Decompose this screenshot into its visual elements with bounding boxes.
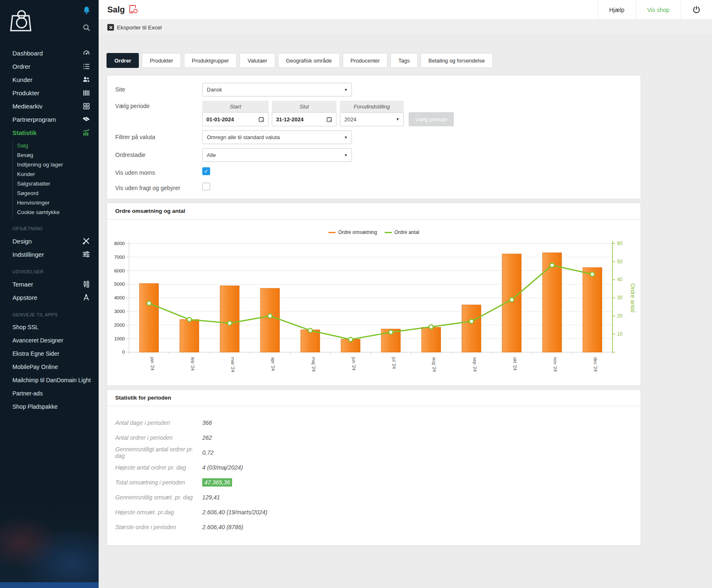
submenu-item-henvisninger[interactable]: Henvisninger — [13, 198, 99, 207]
submenu-item-cookie-samtykke[interactable]: Cookie samtykke — [13, 207, 99, 217]
sidebar-item-partnerprogram[interactable]: Partnerprogram — [0, 113, 99, 126]
dandomain-logo[interactable] — [8, 9, 35, 36]
vis-shop-button[interactable]: Vis shop — [636, 0, 681, 19]
sidebar-item-label: Shop Pladspakke — [12, 403, 58, 410]
stat-tabs: OrdrerProdukterProduktgrupperValutaerGeo… — [107, 53, 641, 68]
line-point-apr-24[interactable] — [268, 314, 272, 318]
submenu-item-salgsrabatter[interactable]: Salgsrabatter — [13, 179, 99, 188]
sidebar-item-kunder[interactable]: Kunder — [0, 73, 99, 86]
svg-text:4000: 4000 — [114, 295, 125, 300]
bar-jan-24[interactable] — [140, 284, 159, 352]
submenu-item-kunder[interactable]: Kunder — [13, 169, 99, 179]
sidebar-item-mobilepay-online[interactable]: MobilePay Online — [0, 360, 99, 374]
svg-text:3000: 3000 — [114, 309, 125, 314]
stats-value: 366 — [202, 419, 212, 426]
sidebar-item-produkter[interactable]: Produkter — [0, 86, 99, 99]
bar-apr-24[interactable] — [260, 288, 279, 352]
line-point-maj-24[interactable] — [308, 328, 312, 333]
vat-checkbox[interactable]: ✓ — [202, 167, 210, 175]
sidebar-item-appstore[interactable]: Appstore — [0, 291, 99, 304]
line-point-dec-24[interactable] — [590, 272, 594, 276]
period-preset-column: Forudindstilling 2024 ▼ — [340, 101, 404, 126]
svg-text:apr '24: apr '24 — [271, 357, 276, 371]
apply-period-button[interactable]: Vælg periode — [409, 112, 454, 126]
orderstage-label: Ordrestadie — [115, 148, 202, 162]
bar-mar-24[interactable] — [220, 286, 239, 352]
svg-text:nov '24: nov '24 — [553, 357, 558, 371]
help-button[interactable]: Hjælp — [598, 0, 636, 19]
line-point-sep-24[interactable] — [470, 319, 474, 323]
users-icon — [82, 75, 90, 84]
line-point-jun-24[interactable] — [349, 337, 353, 342]
line-point-feb-24[interactable] — [187, 318, 191, 322]
end-date-input[interactable]: 31-12-2024 — [272, 112, 337, 126]
sidebar-background-art — [0, 505, 99, 588]
line-point-aug-24[interactable] — [429, 325, 433, 329]
tab-tags[interactable]: Tags — [390, 53, 417, 68]
sidebar-item-label: Dashboard — [12, 50, 43, 57]
sidebar-item-dashboard[interactable]: Dashboard — [0, 46, 99, 60]
logout-power-icon[interactable] — [681, 0, 712, 19]
tab-geografisk-omr-de[interactable]: Geografisk område — [278, 53, 340, 68]
sidebar-item-indstillinger[interactable]: Indstillinger — [0, 248, 99, 261]
export-to-excel-button[interactable]: Eksporter til Excel — [107, 24, 162, 31]
themes-icon — [82, 280, 90, 288]
legend-swatch — [385, 232, 392, 233]
submenu-item-bes-g[interactable]: Besøg — [13, 150, 99, 160]
sidebar-item-ordrer[interactable]: Ordrer — [0, 60, 99, 73]
bar-sep-24[interactable] — [462, 305, 481, 352]
orderstage-select[interactable]: Alle ▼ — [202, 148, 352, 162]
line-point-okt-24[interactable] — [510, 298, 514, 302]
start-date-input[interactable]: 01-01-2024 — [202, 112, 269, 126]
sidebar-item-temaer[interactable]: Temaer — [0, 277, 99, 291]
sidebar-item-ekstra-egne-sider[interactable]: Ekstra Egne Sider — [0, 347, 99, 360]
line-point-jul-24[interactable] — [389, 330, 393, 334]
legend-swatch — [328, 232, 336, 233]
sidebar-item-mediearkiv[interactable]: Mediearkiv — [0, 99, 99, 113]
submenu-item-salg[interactable]: Salg — [13, 141, 99, 150]
preset-select[interactable]: 2024 ▼ — [340, 112, 404, 126]
notifications-bell-icon[interactable] — [82, 6, 91, 15]
submenu-item-s-geord[interactable]: Søgeord — [13, 188, 99, 198]
content: OrdrerProdukterProduktgrupperValutaerGeo… — [99, 35, 712, 588]
stats-row: Gennemsnitlig omsæt. pr. dag129,41 — [115, 490, 632, 505]
sidebar-nav: DashboardOrdrerKunderProdukterMediearkiv… — [0, 46, 99, 413]
tab-producenter[interactable]: Producenter — [343, 53, 388, 68]
sidebar-item-label: Avanceret Designer — [12, 337, 63, 344]
submenu-item-indtjening-og-lager[interactable]: Indtjening og lager — [13, 160, 99, 169]
stats-label: Gennemsnitligt antal ordrer pr. dag — [115, 446, 202, 459]
sidebar-item-partner-ads[interactable]: Partner-ads — [0, 387, 99, 400]
legend-item-ordre-antal[interactable]: Ordre antal — [385, 229, 419, 235]
tab-produktgrupper[interactable]: Produktgrupper — [184, 53, 237, 68]
shipping-checkbox[interactable] — [202, 183, 210, 190]
tab-betaling-og-forsendelse[interactable]: Betaling og forsendelse — [421, 53, 493, 68]
tab-valutaer[interactable]: Valutaer — [240, 53, 275, 68]
sidebar-item-shop-ssl[interactable]: Shop SSL — [0, 321, 99, 334]
currency-filter-label: Filtrer på valuta — [115, 130, 202, 144]
line-point-jan-24[interactable] — [147, 301, 151, 305]
tab-ordrer[interactable]: Ordrer — [107, 53, 139, 68]
legend-item-ordre-oms-tning[interactable]: Ordre omsætning — [328, 229, 377, 235]
bar-feb-24[interactable] — [180, 320, 199, 352]
sidebar-item-mailchimp-til-dandomain-light[interactable]: Mailchimp til DanDomain Light — [0, 374, 99, 387]
svg-text:2000: 2000 — [114, 323, 125, 328]
bar-maj-24[interactable] — [301, 330, 320, 352]
sidebar-item-avanceret-designer[interactable]: Avanceret Designer — [0, 334, 99, 347]
tab-produkter[interactable]: Produkter — [142, 53, 181, 68]
search-icon[interactable] — [82, 23, 91, 32]
page-title-video-icon[interactable] — [129, 4, 138, 16]
sidebar-item-design[interactable]: Design — [0, 234, 99, 248]
bar-dec-24[interactable] — [583, 267, 602, 352]
currency-select[interactable]: Omregn alle til standard valuta ▼ — [202, 130, 352, 144]
list-icon — [82, 62, 90, 70]
start-header: Start — [202, 101, 269, 112]
svg-text:50: 50 — [617, 259, 623, 265]
sidebar-item-statistik[interactable]: Statistik — [0, 126, 99, 139]
site-select[interactable]: Dansk ▼ — [202, 83, 352, 96]
bar-aug-24[interactable] — [421, 327, 441, 352]
line-point-nov-24[interactable] — [550, 263, 554, 267]
stats-label: Antal dage i perioden — [115, 419, 202, 426]
sidebar-item-shop-pladspakke[interactable]: Shop Pladspakke — [0, 400, 99, 413]
line-point-mar-24[interactable] — [228, 321, 232, 325]
period-start-column: Start 01-01-2024 — [202, 101, 269, 126]
